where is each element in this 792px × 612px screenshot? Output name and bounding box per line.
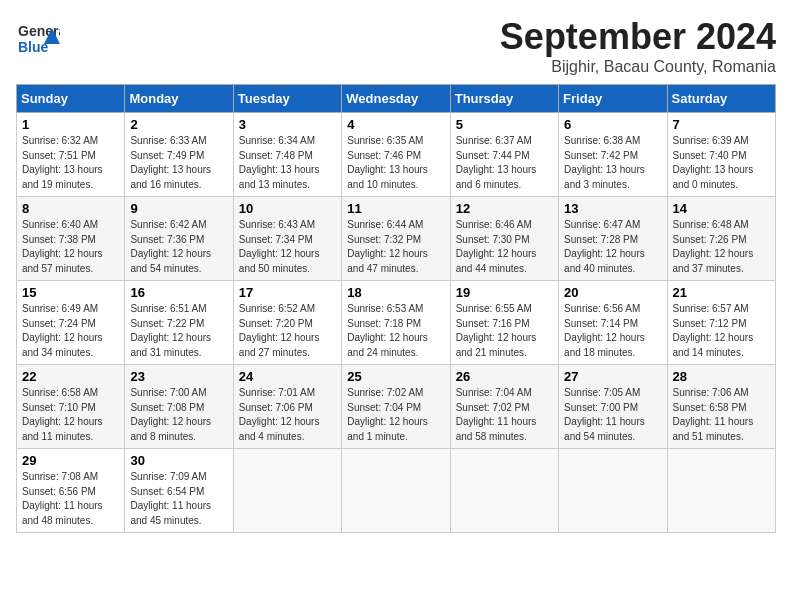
day-cell: 10Sunrise: 6:43 AM Sunset: 7:34 PM Dayli… (233, 197, 341, 281)
day-number: 10 (239, 201, 337, 216)
day-number: 30 (130, 453, 228, 468)
day-info: Sunrise: 6:42 AM Sunset: 7:36 PM Dayligh… (130, 218, 228, 276)
day-info: Sunrise: 6:43 AM Sunset: 7:34 PM Dayligh… (239, 218, 337, 276)
day-info: Sunrise: 7:08 AM Sunset: 6:56 PM Dayligh… (22, 470, 120, 528)
day-info: Sunrise: 6:58 AM Sunset: 7:10 PM Dayligh… (22, 386, 120, 444)
day-info: Sunrise: 6:38 AM Sunset: 7:42 PM Dayligh… (564, 134, 662, 192)
day-info: Sunrise: 6:46 AM Sunset: 7:30 PM Dayligh… (456, 218, 554, 276)
day-cell: 30Sunrise: 7:09 AM Sunset: 6:54 PM Dayli… (125, 449, 233, 533)
logo: General Blue (16, 16, 60, 64)
day-info: Sunrise: 6:57 AM Sunset: 7:12 PM Dayligh… (673, 302, 771, 360)
day-info: Sunrise: 7:05 AM Sunset: 7:00 PM Dayligh… (564, 386, 662, 444)
day-cell: 14Sunrise: 6:48 AM Sunset: 7:26 PM Dayli… (667, 197, 775, 281)
day-number: 7 (673, 117, 771, 132)
day-cell: 20Sunrise: 6:56 AM Sunset: 7:14 PM Dayli… (559, 281, 667, 365)
calendar-header-row: SundayMondayTuesdayWednesdayThursdayFrid… (17, 85, 776, 113)
logo-text: General Blue (16, 16, 60, 64)
week-row-3: 15Sunrise: 6:49 AM Sunset: 7:24 PM Dayli… (17, 281, 776, 365)
day-cell: 2Sunrise: 6:33 AM Sunset: 7:49 PM Daylig… (125, 113, 233, 197)
day-number: 25 (347, 369, 445, 384)
day-info: Sunrise: 6:52 AM Sunset: 7:20 PM Dayligh… (239, 302, 337, 360)
calendar-table: SundayMondayTuesdayWednesdayThursdayFrid… (16, 84, 776, 533)
day-info: Sunrise: 6:49 AM Sunset: 7:24 PM Dayligh… (22, 302, 120, 360)
day-info: Sunrise: 6:40 AM Sunset: 7:38 PM Dayligh… (22, 218, 120, 276)
day-number: 5 (456, 117, 554, 132)
day-number: 24 (239, 369, 337, 384)
day-cell: 1Sunrise: 6:32 AM Sunset: 7:51 PM Daylig… (17, 113, 125, 197)
calendar-subtitle: Bijghir, Bacau County, Romania (500, 58, 776, 76)
day-info: Sunrise: 6:56 AM Sunset: 7:14 PM Dayligh… (564, 302, 662, 360)
day-cell: 19Sunrise: 6:55 AM Sunset: 7:16 PM Dayli… (450, 281, 558, 365)
header-thursday: Thursday (450, 85, 558, 113)
day-cell: 11Sunrise: 6:44 AM Sunset: 7:32 PM Dayli… (342, 197, 450, 281)
week-row-4: 22Sunrise: 6:58 AM Sunset: 7:10 PM Dayli… (17, 365, 776, 449)
day-cell: 29Sunrise: 7:08 AM Sunset: 6:56 PM Dayli… (17, 449, 125, 533)
day-info: Sunrise: 6:34 AM Sunset: 7:48 PM Dayligh… (239, 134, 337, 192)
day-number: 1 (22, 117, 120, 132)
calendar-body: 1Sunrise: 6:32 AM Sunset: 7:51 PM Daylig… (17, 113, 776, 533)
day-info: Sunrise: 7:04 AM Sunset: 7:02 PM Dayligh… (456, 386, 554, 444)
day-cell: 16Sunrise: 6:51 AM Sunset: 7:22 PM Dayli… (125, 281, 233, 365)
day-cell: 24Sunrise: 7:01 AM Sunset: 7:06 PM Dayli… (233, 365, 341, 449)
header-friday: Friday (559, 85, 667, 113)
week-row-5: 29Sunrise: 7:08 AM Sunset: 6:56 PM Dayli… (17, 449, 776, 533)
day-info: Sunrise: 6:51 AM Sunset: 7:22 PM Dayligh… (130, 302, 228, 360)
day-info: Sunrise: 6:37 AM Sunset: 7:44 PM Dayligh… (456, 134, 554, 192)
day-cell: 5Sunrise: 6:37 AM Sunset: 7:44 PM Daylig… (450, 113, 558, 197)
day-info: Sunrise: 6:48 AM Sunset: 7:26 PM Dayligh… (673, 218, 771, 276)
day-cell: 8Sunrise: 6:40 AM Sunset: 7:38 PM Daylig… (17, 197, 125, 281)
day-number: 16 (130, 285, 228, 300)
week-row-1: 1Sunrise: 6:32 AM Sunset: 7:51 PM Daylig… (17, 113, 776, 197)
day-number: 20 (564, 285, 662, 300)
day-number: 3 (239, 117, 337, 132)
day-cell: 15Sunrise: 6:49 AM Sunset: 7:24 PM Dayli… (17, 281, 125, 365)
day-cell: 3Sunrise: 6:34 AM Sunset: 7:48 PM Daylig… (233, 113, 341, 197)
day-info: Sunrise: 6:47 AM Sunset: 7:28 PM Dayligh… (564, 218, 662, 276)
day-number: 23 (130, 369, 228, 384)
header-tuesday: Tuesday (233, 85, 341, 113)
day-number: 17 (239, 285, 337, 300)
day-info: Sunrise: 6:44 AM Sunset: 7:32 PM Dayligh… (347, 218, 445, 276)
header-saturday: Saturday (667, 85, 775, 113)
logo-icon: General Blue (16, 16, 60, 60)
day-cell: 26Sunrise: 7:04 AM Sunset: 7:02 PM Dayli… (450, 365, 558, 449)
day-cell (450, 449, 558, 533)
day-number: 8 (22, 201, 120, 216)
day-info: Sunrise: 6:35 AM Sunset: 7:46 PM Dayligh… (347, 134, 445, 192)
page-header: General Blue September 2024 Bijghir, Bac… (16, 16, 776, 76)
week-row-2: 8Sunrise: 6:40 AM Sunset: 7:38 PM Daylig… (17, 197, 776, 281)
day-info: Sunrise: 7:01 AM Sunset: 7:06 PM Dayligh… (239, 386, 337, 444)
day-info: Sunrise: 6:55 AM Sunset: 7:16 PM Dayligh… (456, 302, 554, 360)
day-info: Sunrise: 7:09 AM Sunset: 6:54 PM Dayligh… (130, 470, 228, 528)
day-info: Sunrise: 7:02 AM Sunset: 7:04 PM Dayligh… (347, 386, 445, 444)
header-wednesday: Wednesday (342, 85, 450, 113)
day-info: Sunrise: 7:06 AM Sunset: 6:58 PM Dayligh… (673, 386, 771, 444)
day-number: 2 (130, 117, 228, 132)
day-cell: 22Sunrise: 6:58 AM Sunset: 7:10 PM Dayli… (17, 365, 125, 449)
day-cell: 6Sunrise: 6:38 AM Sunset: 7:42 PM Daylig… (559, 113, 667, 197)
day-cell: 25Sunrise: 7:02 AM Sunset: 7:04 PM Dayli… (342, 365, 450, 449)
day-cell: 23Sunrise: 7:00 AM Sunset: 7:08 PM Dayli… (125, 365, 233, 449)
day-cell: 28Sunrise: 7:06 AM Sunset: 6:58 PM Dayli… (667, 365, 775, 449)
day-number: 9 (130, 201, 228, 216)
day-info: Sunrise: 6:32 AM Sunset: 7:51 PM Dayligh… (22, 134, 120, 192)
header-sunday: Sunday (17, 85, 125, 113)
day-cell: 4Sunrise: 6:35 AM Sunset: 7:46 PM Daylig… (342, 113, 450, 197)
day-number: 18 (347, 285, 445, 300)
day-number: 13 (564, 201, 662, 216)
day-number: 11 (347, 201, 445, 216)
day-cell: 17Sunrise: 6:52 AM Sunset: 7:20 PM Dayli… (233, 281, 341, 365)
day-number: 15 (22, 285, 120, 300)
title-block: September 2024 Bijghir, Bacau County, Ro… (500, 16, 776, 76)
day-cell: 21Sunrise: 6:57 AM Sunset: 7:12 PM Dayli… (667, 281, 775, 365)
day-number: 14 (673, 201, 771, 216)
day-number: 26 (456, 369, 554, 384)
day-number: 4 (347, 117, 445, 132)
day-info: Sunrise: 6:39 AM Sunset: 7:40 PM Dayligh… (673, 134, 771, 192)
day-number: 6 (564, 117, 662, 132)
day-cell: 13Sunrise: 6:47 AM Sunset: 7:28 PM Dayli… (559, 197, 667, 281)
day-cell: 27Sunrise: 7:05 AM Sunset: 7:00 PM Dayli… (559, 365, 667, 449)
header-monday: Monday (125, 85, 233, 113)
day-cell (667, 449, 775, 533)
svg-text:Blue: Blue (18, 39, 49, 55)
